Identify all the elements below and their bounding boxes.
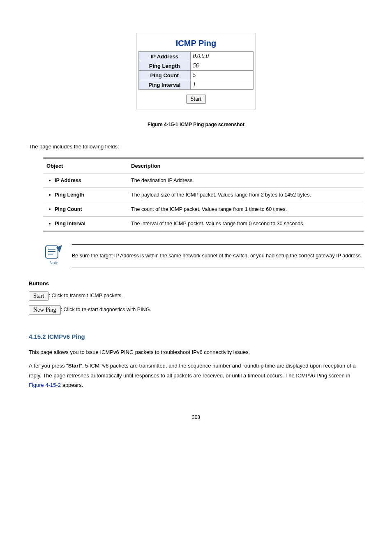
ping-interval-input[interactable]: 1 [190, 80, 253, 90]
ping-count-input[interactable]: 5 [190, 71, 253, 80]
table-row: Ping Length The payload size of the ICMP… [43, 188, 364, 202]
ping-interval-label: Ping Interval [139, 80, 191, 90]
figure-caption: Figure 4-15-1 ICMP Ping page screenshot [29, 122, 363, 127]
ping-length-label: Ping Length [139, 61, 191, 71]
obj-desc: The interval of the ICMP packet. Values … [128, 217, 364, 231]
obj-name: IP Address [55, 178, 81, 183]
table-row: Ping Interval The interval of the ICMP p… [43, 217, 364, 231]
col-description: Description [128, 158, 364, 173]
panel-title: ICMP Ping [138, 35, 254, 51]
ping-count-label: Ping Count [139, 71, 191, 80]
buttons-heading: Buttons [29, 280, 363, 287]
obj-desc: The count of the ICMP packet. Values ran… [128, 202, 364, 217]
obj-desc: The payload size of the ICMP packet. Val… [128, 188, 364, 202]
col-object: Object [43, 158, 128, 173]
obj-name: Ping Length [55, 192, 84, 198]
note-block: Note Be sure the target IP Address is wi… [43, 244, 364, 268]
obj-name: Ping Count [55, 206, 82, 212]
ip-address-label: IP Address [139, 52, 191, 61]
button-desc: : Click to re-start diagnostics with PIN… [61, 307, 151, 312]
bullet-icon [49, 180, 51, 181]
button-desc-line: Start: Click to transmit ICMP packets. [29, 291, 363, 301]
fields-table: Object Description IP Address The destin… [43, 157, 364, 232]
button-desc-line: New Ping: Click to re-start diagnostics … [29, 305, 363, 314]
start-button-inline[interactable]: Start [29, 291, 48, 301]
bullet-icon [49, 223, 51, 224]
bullet-icon [49, 208, 51, 210]
button-desc: : Click to transmit ICMP packets. [48, 293, 122, 298]
start-button[interactable]: Start [186, 95, 206, 104]
figure-number: Figure 4-15-1 [148, 122, 178, 127]
obj-name: Ping Interval [55, 221, 85, 227]
bullet-icon [49, 194, 51, 196]
paragraph-line-1: This page allows you to issue ICMPv6 PIN… [29, 347, 363, 357]
figure-text: ICMP Ping page screenshot [180, 122, 244, 127]
intro-text: The page includes the following fields: [29, 142, 363, 151]
note-label: Note [43, 261, 65, 265]
paragraph-line-2: After you press "Start", 5 ICMPv6 packet… [29, 361, 363, 390]
table-row: Ping Count The count of the ICMP packet.… [43, 202, 364, 217]
table-row: IP Address The destination IP Address. [43, 173, 364, 188]
page-number: 308 [29, 414, 363, 420]
note-text: Be sure the target IP Address is within … [72, 244, 364, 268]
figure-link[interactable]: Figure 4-15-2 [29, 382, 61, 388]
ping-length-input[interactable]: 56 [190, 61, 253, 71]
note-icon: Note [43, 244, 65, 265]
ip-address-input[interactable]: 0.0.0.0 [190, 52, 253, 61]
new-ping-button-inline[interactable]: New Ping [29, 305, 61, 314]
icmp-ping-panel: ICMP Ping IP Address 0.0.0.0 Ping Length… [136, 33, 256, 109]
obj-desc: The destination IP Address. [128, 173, 364, 188]
section-title: 4.15.2 ICMPv6 Ping [29, 333, 363, 340]
